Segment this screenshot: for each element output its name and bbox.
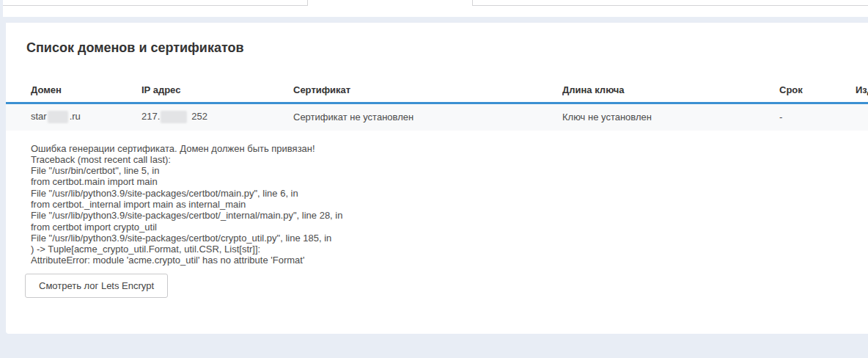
view-lets-encrypt-log-button[interactable]: Смотреть лог Lets Encrypt xyxy=(25,274,168,298)
log-line: File "/usr/lib/python3.9/site-packages/c… xyxy=(31,210,868,221)
ip-suffix: 252 xyxy=(191,111,207,122)
log-line: ) -> Tuple[acme_crypto_util.Format, util… xyxy=(31,244,868,255)
censored-text xyxy=(161,111,187,123)
domain-prefix: star xyxy=(31,111,47,122)
table-row[interactable]: star.ru 217.252 Сертификат не установлен… xyxy=(6,103,868,131)
log-line: from certbot._internal import main as in… xyxy=(31,199,868,210)
log-line: Ошибка генерации сертификата. Домен долж… xyxy=(31,143,868,154)
tab-bar xyxy=(3,0,868,17)
column-header-term: Срок xyxy=(779,55,856,103)
log-line: from certbot import crypto_util xyxy=(31,222,868,233)
domains-panel: Список доменов и сертификатов Домен IP а… xyxy=(6,23,868,334)
cell-key-length: Ключ не установлен xyxy=(562,103,779,131)
domains-table: Домен IP адрес Сертификат Длина ключа Ср… xyxy=(6,55,868,131)
log-line: File "/usr/lib/python3.9/site-packages/c… xyxy=(31,233,868,244)
column-header-ip: IP адрес xyxy=(141,55,293,103)
page-title: Список доменов и сертификатов xyxy=(26,40,868,55)
tab-inactive-right[interactable] xyxy=(472,0,868,6)
table-header-row: Домен IP адрес Сертификат Длина ключа Ср… xyxy=(6,55,868,103)
ip-prefix: 217. xyxy=(141,111,160,122)
log-line: AttributeError: module 'acme.crypto_util… xyxy=(31,255,868,266)
column-header-issuer: Издатель xyxy=(856,55,868,103)
column-header-domain: Домен xyxy=(6,55,141,103)
cell-issuer xyxy=(856,103,868,131)
log-line: from certbot.main import main xyxy=(31,176,868,187)
cell-domain: star.ru xyxy=(6,103,141,131)
column-header-key-length: Длина ключа xyxy=(562,55,779,103)
column-header-certificate: Сертификат xyxy=(293,55,562,103)
cell-ip: 217.252 xyxy=(141,103,293,131)
log-line: File "/usr/lib/python3.9/site-packages/c… xyxy=(31,188,868,199)
certificate-error-log: Ошибка генерации сертификата. Домен долж… xyxy=(31,143,868,266)
log-line: File "/usr/bin/certbot", line 5, in xyxy=(31,165,868,176)
cell-certificate: Сертификат не установлен xyxy=(293,103,562,131)
cell-term: - xyxy=(779,103,856,131)
tab-active[interactable] xyxy=(308,0,472,17)
tab-inactive-left[interactable] xyxy=(3,0,308,6)
censored-text xyxy=(48,111,68,123)
log-line: Traceback (most recent call last): xyxy=(31,154,868,165)
domain-suffix: .ru xyxy=(70,111,81,122)
